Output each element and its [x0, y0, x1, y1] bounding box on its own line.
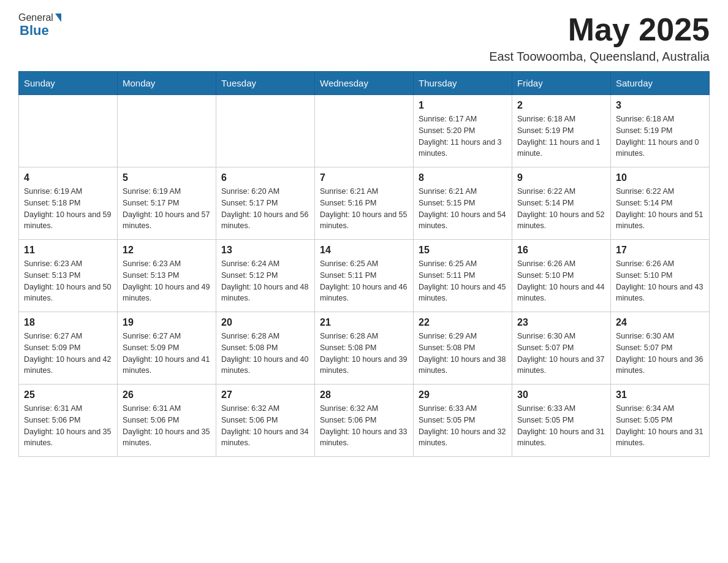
day-info: Sunrise: 6:23 AMSunset: 5:13 PMDaylight:… — [123, 258, 211, 304]
table-row: 27Sunrise: 6:32 AMSunset: 5:06 PMDayligh… — [216, 385, 315, 457]
table-row: 8Sunrise: 6:21 AMSunset: 5:15 PMDaylight… — [414, 167, 512, 240]
day-info: Sunrise: 6:25 AMSunset: 5:11 PMDaylight:… — [419, 258, 507, 304]
day-info: Sunrise: 6:24 AMSunset: 5:12 PMDaylight:… — [221, 258, 309, 304]
table-row: 9Sunrise: 6:22 AMSunset: 5:14 PMDaylight… — [512, 167, 611, 240]
table-row: 18Sunrise: 6:27 AMSunset: 5:09 PMDayligh… — [19, 312, 118, 385]
day-number: 14 — [320, 245, 408, 256]
day-info: Sunrise: 6:30 AMSunset: 5:07 PMDaylight:… — [616, 331, 704, 377]
col-sunday: Sunday — [19, 72, 118, 95]
table-row: 15Sunrise: 6:25 AMSunset: 5:11 PMDayligh… — [414, 240, 512, 312]
calendar-week-row: 11Sunrise: 6:23 AMSunset: 5:13 PMDayligh… — [19, 240, 710, 312]
day-number: 3 — [616, 100, 704, 111]
day-info: Sunrise: 6:22 AMSunset: 5:14 PMDaylight:… — [517, 186, 605, 232]
day-number: 18 — [24, 317, 112, 328]
day-number: 19 — [123, 317, 211, 328]
location-title: East Toowoomba, Queensland, Australia — [489, 50, 710, 64]
day-number: 4 — [24, 172, 112, 183]
table-row: 30Sunrise: 6:33 AMSunset: 5:05 PMDayligh… — [512, 385, 611, 457]
day-number: 1 — [419, 100, 507, 111]
table-row — [216, 95, 315, 167]
logo-blue-text: Blue — [20, 23, 61, 38]
day-info: Sunrise: 6:19 AMSunset: 5:18 PMDaylight:… — [24, 186, 112, 232]
day-info: Sunrise: 6:33 AMSunset: 5:05 PMDaylight:… — [517, 403, 605, 449]
table-row: 29Sunrise: 6:33 AMSunset: 5:05 PMDayligh… — [414, 385, 512, 457]
table-row — [19, 95, 118, 167]
table-row: 22Sunrise: 6:29 AMSunset: 5:08 PMDayligh… — [414, 312, 512, 385]
day-info: Sunrise: 6:27 AMSunset: 5:09 PMDaylight:… — [123, 331, 211, 377]
table-row: 28Sunrise: 6:32 AMSunset: 5:06 PMDayligh… — [315, 385, 414, 457]
table-row: 5Sunrise: 6:19 AMSunset: 5:17 PMDaylight… — [118, 167, 216, 240]
day-number: 5 — [123, 172, 211, 183]
day-number: 31 — [616, 389, 704, 400]
day-number: 12 — [123, 245, 211, 256]
day-info: Sunrise: 6:21 AMSunset: 5:16 PMDaylight:… — [320, 186, 408, 232]
logo-arrow-icon — [55, 13, 61, 22]
table-row: 6Sunrise: 6:20 AMSunset: 5:17 PMDaylight… — [216, 167, 315, 240]
day-number: 20 — [221, 317, 309, 328]
day-number: 6 — [221, 172, 309, 183]
day-number: 21 — [320, 317, 408, 328]
calendar-week-row: 1Sunrise: 6:17 AMSunset: 5:20 PMDaylight… — [19, 95, 710, 167]
col-tuesday: Tuesday — [216, 72, 315, 95]
day-info: Sunrise: 6:18 AMSunset: 5:19 PMDaylight:… — [517, 113, 605, 159]
day-number: 29 — [419, 389, 507, 400]
table-row — [315, 95, 414, 167]
day-info: Sunrise: 6:26 AMSunset: 5:10 PMDaylight:… — [616, 258, 704, 304]
table-row: 26Sunrise: 6:31 AMSunset: 5:06 PMDayligh… — [118, 385, 216, 457]
day-number: 25 — [24, 389, 112, 400]
day-info: Sunrise: 6:33 AMSunset: 5:05 PMDaylight:… — [419, 403, 507, 449]
day-info: Sunrise: 6:34 AMSunset: 5:05 PMDaylight:… — [616, 403, 704, 449]
logo-general-text: General — [18, 12, 53, 23]
day-number: 24 — [616, 317, 704, 328]
table-row: 19Sunrise: 6:27 AMSunset: 5:09 PMDayligh… — [118, 312, 216, 385]
day-info: Sunrise: 6:21 AMSunset: 5:15 PMDaylight:… — [419, 186, 507, 232]
page-header: General Blue May 2025 East Toowoomba, Qu… — [18, 12, 710, 64]
col-friday: Friday — [512, 72, 611, 95]
table-row: 4Sunrise: 6:19 AMSunset: 5:18 PMDaylight… — [19, 167, 118, 240]
day-number: 28 — [320, 389, 408, 400]
day-number: 23 — [517, 317, 605, 328]
table-row: 11Sunrise: 6:23 AMSunset: 5:13 PMDayligh… — [19, 240, 118, 312]
day-number: 30 — [517, 389, 605, 400]
col-thursday: Thursday — [414, 72, 512, 95]
day-info: Sunrise: 6:28 AMSunset: 5:08 PMDaylight:… — [221, 331, 309, 377]
table-row: 1Sunrise: 6:17 AMSunset: 5:20 PMDaylight… — [414, 95, 512, 167]
day-info: Sunrise: 6:19 AMSunset: 5:17 PMDaylight:… — [123, 186, 211, 232]
calendar-table: Sunday Monday Tuesday Wednesday Thursday… — [18, 71, 710, 457]
day-info: Sunrise: 6:23 AMSunset: 5:13 PMDaylight:… — [24, 258, 112, 304]
table-row: 7Sunrise: 6:21 AMSunset: 5:16 PMDaylight… — [315, 167, 414, 240]
table-row: 24Sunrise: 6:30 AMSunset: 5:07 PMDayligh… — [611, 312, 710, 385]
day-info: Sunrise: 6:20 AMSunset: 5:17 PMDaylight:… — [221, 186, 309, 232]
day-info: Sunrise: 6:29 AMSunset: 5:08 PMDaylight:… — [419, 331, 507, 377]
table-row: 21Sunrise: 6:28 AMSunset: 5:08 PMDayligh… — [315, 312, 414, 385]
table-row: 31Sunrise: 6:34 AMSunset: 5:05 PMDayligh… — [611, 385, 710, 457]
title-section: May 2025 East Toowoomba, Queensland, Aus… — [489, 12, 710, 64]
table-row: 13Sunrise: 6:24 AMSunset: 5:12 PMDayligh… — [216, 240, 315, 312]
day-info: Sunrise: 6:31 AMSunset: 5:06 PMDaylight:… — [24, 403, 112, 449]
table-row: 20Sunrise: 6:28 AMSunset: 5:08 PMDayligh… — [216, 312, 315, 385]
col-wednesday: Wednesday — [315, 72, 414, 95]
table-row: 12Sunrise: 6:23 AMSunset: 5:13 PMDayligh… — [118, 240, 216, 312]
day-number: 9 — [517, 172, 605, 183]
table-row — [118, 95, 216, 167]
day-info: Sunrise: 6:26 AMSunset: 5:10 PMDaylight:… — [517, 258, 605, 304]
day-number: 11 — [24, 245, 112, 256]
calendar-week-row: 18Sunrise: 6:27 AMSunset: 5:09 PMDayligh… — [19, 312, 710, 385]
calendar-week-row: 25Sunrise: 6:31 AMSunset: 5:06 PMDayligh… — [19, 385, 710, 457]
col-saturday: Saturday — [611, 72, 710, 95]
day-number: 26 — [123, 389, 211, 400]
day-number: 15 — [419, 245, 507, 256]
day-number: 17 — [616, 245, 704, 256]
table-row: 25Sunrise: 6:31 AMSunset: 5:06 PMDayligh… — [19, 385, 118, 457]
day-number: 22 — [419, 317, 507, 328]
day-info: Sunrise: 6:17 AMSunset: 5:20 PMDaylight:… — [419, 113, 507, 159]
table-row: 3Sunrise: 6:18 AMSunset: 5:19 PMDaylight… — [611, 95, 710, 167]
day-info: Sunrise: 6:18 AMSunset: 5:19 PMDaylight:… — [616, 113, 704, 159]
day-info: Sunrise: 6:28 AMSunset: 5:08 PMDaylight:… — [320, 331, 408, 377]
day-number: 13 — [221, 245, 309, 256]
calendar-header-row: Sunday Monday Tuesday Wednesday Thursday… — [19, 72, 710, 95]
col-monday: Monday — [118, 72, 216, 95]
day-info: Sunrise: 6:22 AMSunset: 5:14 PMDaylight:… — [616, 186, 704, 232]
day-number: 10 — [616, 172, 704, 183]
day-info: Sunrise: 6:25 AMSunset: 5:11 PMDaylight:… — [320, 258, 408, 304]
